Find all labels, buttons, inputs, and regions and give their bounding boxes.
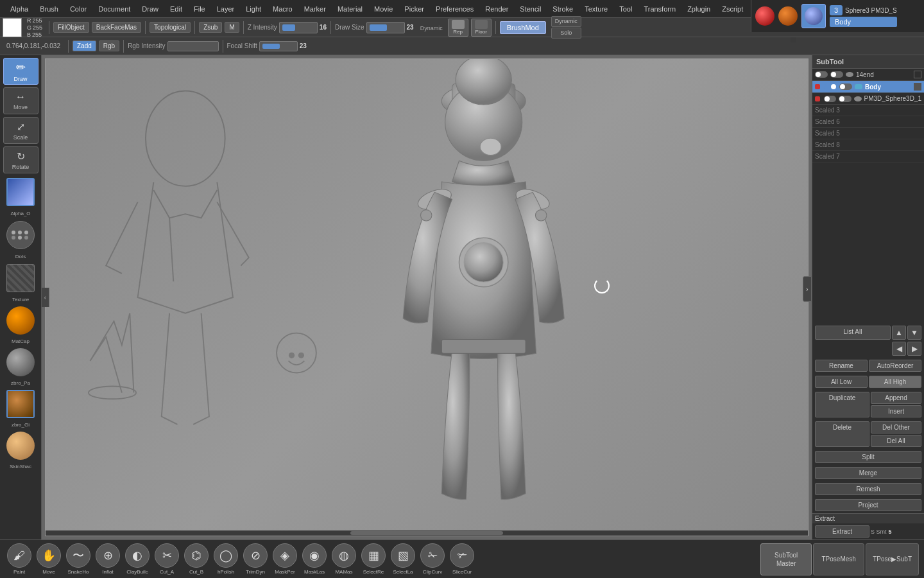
tpose-subt-btn[interactable]: TPose▶SubT bbox=[866, 543, 919, 575]
zsub-btn[interactable]: Zsub bbox=[199, 22, 222, 33]
del-other-btn[interactable]: Del Other bbox=[871, 421, 921, 434]
brush-move[interactable]: ✋ Move bbox=[35, 542, 63, 576]
subtool-toggle2-body[interactable] bbox=[839, 83, 852, 90]
brush-selectla[interactable]: ▧ SelectLa bbox=[389, 542, 417, 576]
menu-material[interactable]: Material bbox=[332, 3, 368, 15]
del-all-btn[interactable]: Del All bbox=[871, 435, 921, 447]
menu-document[interactable]: Document bbox=[93, 3, 135, 15]
menu-movie[interactable]: Movie bbox=[369, 3, 398, 15]
sphere-preview-blue[interactable] bbox=[801, 4, 826, 28]
subtool-toggle-14end[interactable] bbox=[815, 71, 828, 78]
tool-scale[interactable]: ⤢ Scale bbox=[3, 117, 38, 144]
menu-render[interactable]: Render bbox=[480, 3, 513, 15]
brush-hpolish[interactable]: ◯ hPolish bbox=[212, 542, 240, 576]
split-btn[interactable]: Split bbox=[815, 451, 921, 463]
menu-stencil[interactable]: Stencil bbox=[515, 3, 546, 15]
skin-shac-ball[interactable] bbox=[6, 432, 35, 460]
brush-masklas[interactable]: ◉ MaskLas bbox=[300, 542, 329, 576]
brush-mamas[interactable]: ◍ MAMas bbox=[330, 542, 358, 576]
menu-light[interactable]: Light bbox=[241, 3, 266, 15]
tool-draw[interactable]: ✏ Draw bbox=[3, 58, 38, 85]
subtool-item-scaled7[interactable]: Scaled 7 bbox=[812, 151, 924, 162]
remesh-btn[interactable]: Remesh bbox=[815, 483, 921, 495]
brushmod-btn[interactable]: BrushMod bbox=[500, 21, 546, 34]
subtool-toggle-pm3d[interactable] bbox=[824, 96, 837, 102]
brush-inflate[interactable]: ⊕ Inflat bbox=[94, 542, 122, 576]
down-arrow-btn[interactable]: ▼ bbox=[907, 326, 921, 340]
subtool-item-scaled3[interactable]: Scaled 3 bbox=[812, 105, 924, 116]
alpha-brush-square[interactable] bbox=[6, 178, 35, 206]
brush-cuta[interactable]: ✂ Cut_A bbox=[153, 542, 181, 576]
rep-btn[interactable]: Rep bbox=[448, 19, 468, 37]
menu-tool[interactable]: Tool bbox=[614, 3, 637, 15]
brush-clipcurv[interactable]: ✁ ClipCurv bbox=[418, 542, 447, 576]
rgb-intensity-slider[interactable] bbox=[167, 41, 219, 51]
sphere-preview-orange[interactable] bbox=[778, 6, 798, 26]
append-btn[interactable]: Append bbox=[871, 392, 921, 404]
menu-marker[interactable]: Marker bbox=[299, 3, 331, 15]
dots-brush[interactable] bbox=[6, 221, 35, 249]
color-swatch[interactable] bbox=[3, 18, 22, 37]
menu-preferences[interactable]: Preferences bbox=[431, 3, 479, 15]
list-all-btn[interactable]: List All bbox=[815, 326, 891, 340]
menu-layer[interactable]: Layer bbox=[212, 3, 240, 15]
merge-btn[interactable]: Merge bbox=[815, 467, 921, 479]
menu-color[interactable]: Color bbox=[65, 3, 92, 15]
menu-picker[interactable]: Picker bbox=[399, 3, 429, 15]
dynamic-btn[interactable]: Dynamic bbox=[551, 16, 581, 27]
brush-paint[interactable]: 🖌 Paint bbox=[5, 542, 33, 576]
canvas-scrollbar[interactable] bbox=[46, 530, 808, 536]
left-arrow-btn[interactable]: ◀ bbox=[892, 342, 906, 356]
backfacemas-btn[interactable]: BackFaceMas bbox=[92, 22, 141, 33]
menu-brush[interactable]: Brush bbox=[35, 3, 64, 15]
matcap-ball[interactable] bbox=[6, 306, 35, 335]
sphere-preview-red[interactable] bbox=[755, 6, 774, 26]
canvas-left-arrow[interactable]: ‹ bbox=[42, 288, 49, 307]
collapse-right-panel-arrow[interactable]: › bbox=[803, 276, 812, 302]
focal-shift-slider[interactable] bbox=[259, 41, 298, 51]
canvas-background[interactable] bbox=[46, 59, 808, 536]
zbro-pa-ball[interactable] bbox=[6, 348, 35, 376]
delete-btn[interactable]: Delete bbox=[815, 421, 869, 447]
subtool-toggle2-14end[interactable] bbox=[830, 71, 843, 78]
canvas-area[interactable]: ‹ bbox=[42, 55, 812, 539]
z-intensity-slider[interactable] bbox=[279, 22, 318, 33]
brush-maskper[interactable]: ◈ MaskPer bbox=[271, 542, 299, 576]
auto-reorder-btn[interactable]: AutoReorder bbox=[869, 360, 921, 372]
menu-zplugin[interactable]: Zplugin bbox=[682, 3, 715, 15]
all-low-btn[interactable]: All Low bbox=[815, 376, 868, 388]
subtool-item-pm3d[interactable]: PM3D_Sphere3D_1 bbox=[812, 93, 924, 105]
brush-slicecur[interactable]: ✃ SliceCur bbox=[448, 542, 476, 576]
tool-rotate[interactable]: ↻ Rotate bbox=[3, 146, 38, 173]
body-button[interactable]: Body bbox=[830, 17, 897, 27]
tpose-mesh-btn[interactable]: TPoseMesh bbox=[813, 543, 864, 575]
zbro-gi-preview[interactable] bbox=[6, 390, 35, 418]
brush-selectre[interactable]: ▦ SelectRe bbox=[359, 542, 388, 576]
subtool-visibility-14end[interactable] bbox=[914, 71, 921, 78]
menu-edit[interactable]: Edit bbox=[165, 3, 187, 15]
brush-snakehook[interactable]: 〜 SnakeHo bbox=[64, 542, 92, 576]
subtool-item-scaled5[interactable]: Scaled 5 bbox=[812, 128, 924, 139]
tool-move[interactable]: ↔ Move bbox=[3, 87, 38, 114]
topological-btn[interactable]: Topological bbox=[150, 22, 191, 33]
menu-transform[interactable]: Transform bbox=[638, 3, 681, 15]
solo-btn[interactable]: Solo bbox=[551, 28, 581, 39]
menu-file[interactable]: File bbox=[189, 3, 210, 15]
rename-btn[interactable]: Rename bbox=[815, 360, 868, 372]
subtool-item-scaled8[interactable]: Scaled 8 bbox=[812, 139, 924, 151]
project-btn[interactable]: Project bbox=[815, 499, 921, 511]
subtool-item-14end[interactable]: 14end bbox=[812, 69, 924, 81]
floor-btn[interactable]: Floor bbox=[471, 19, 492, 37]
rgb-btn[interactable]: Rgb bbox=[99, 40, 119, 51]
menu-macro[interactable]: Macro bbox=[268, 3, 298, 15]
subtool-master-btn[interactable]: SubTool Master bbox=[760, 543, 812, 575]
menu-texture[interactable]: Texture bbox=[579, 3, 613, 15]
menu-zscript[interactable]: Zscript bbox=[717, 3, 748, 15]
brush-cutb[interactable]: ⌬ Cut_B bbox=[182, 542, 210, 576]
subtool-toggle2-pm3d[interactable] bbox=[839, 96, 851, 102]
subtool-item-scaled6[interactable]: Scaled 6 bbox=[812, 116, 924, 128]
up-arrow-btn[interactable]: ▲ bbox=[892, 326, 906, 340]
draw-size-slider[interactable] bbox=[366, 22, 405, 33]
zadd-btn[interactable]: Zadd bbox=[73, 40, 96, 51]
canvas-inner[interactable] bbox=[45, 58, 809, 536]
